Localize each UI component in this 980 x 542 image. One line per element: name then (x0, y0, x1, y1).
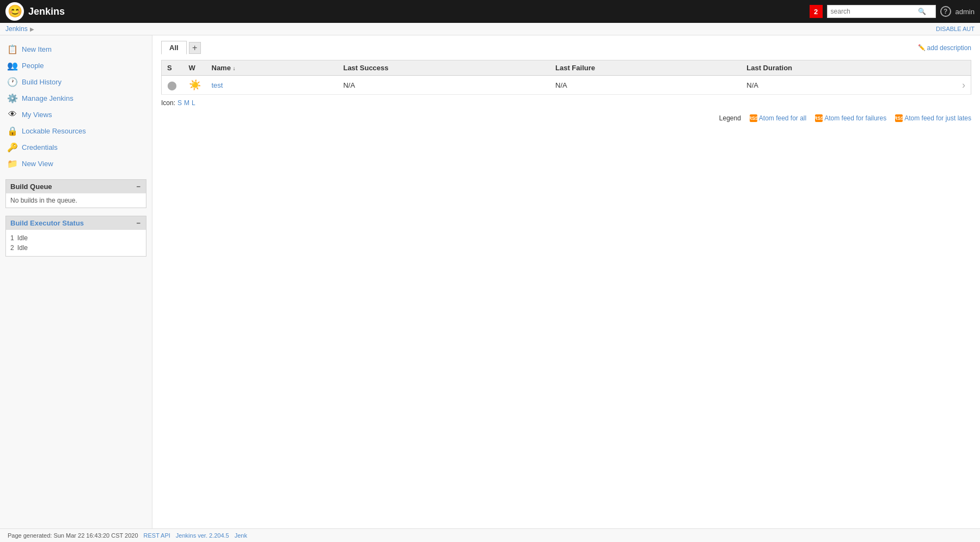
my-views-label: My Views (22, 111, 52, 119)
breadcrumb-root[interactable]: Jenkins (5, 25, 28, 33)
manage-jenkins-label: Manage Jenkins (22, 94, 74, 102)
disable-autrefresh-link[interactable]: DISABLE AUT (936, 26, 975, 32)
col-last-duration: Last Duration (741, 60, 954, 76)
my-views-icon: 👁 (8, 109, 17, 119)
table-row: ⬤ ☀️ test N/A N/A N/A › (162, 76, 971, 95)
header-right: 2 🔍 ? admin (810, 5, 975, 18)
tab-add-button[interactable]: + (189, 42, 201, 54)
atom-feed-all-icon: RSS (750, 114, 757, 122)
executor-row-1: 1 Idle (10, 233, 142, 243)
col-last-failure: Last Failure (550, 60, 741, 76)
header: 😊 Jenkins 2 🔍 ? admin (0, 0, 980, 23)
executor-row-2: 2 Idle (10, 243, 142, 253)
w-status-icon-0: ☀️ (189, 80, 201, 90)
atom-feed-failures-link[interactable]: RSS Atom feed for failures (815, 114, 886, 122)
credentials-label: Credentials (22, 143, 58, 151)
content-area: All + ✏️ add description S W Name ↓ Last… (152, 35, 980, 534)
build-queue-section: Build Queue − No builds in the queue. (5, 179, 146, 208)
s-status-icon-0: ⬤ (167, 81, 177, 90)
tab-all[interactable]: All (161, 41, 187, 54)
tabs-bar: All + ✏️ add description (161, 41, 971, 54)
cell-last-failure-0: N/A (550, 76, 741, 95)
new-item-icon: 📋 (8, 44, 17, 54)
lockable-resources-icon: 🔒 (8, 126, 17, 136)
atom-feed-all-link[interactable]: RSS Atom feed for all (750, 114, 806, 122)
build-executor-section: Build Executor Status − 1 Idle 2 Idle (5, 216, 146, 257)
sidebar-item-credentials[interactable]: 🔑 Credentials (0, 139, 152, 155)
manage-jenkins-icon: ⚙️ (8, 93, 17, 103)
atom-feed-failures-icon: RSS (815, 114, 823, 122)
new-view-label: New View (22, 160, 53, 168)
sidebar-item-new-view[interactable]: 📁 New View (0, 155, 152, 172)
col-name[interactable]: Name ↓ (206, 60, 338, 76)
search-box-container: 🔍 (827, 5, 936, 18)
icon-size-s[interactable]: S (177, 99, 182, 107)
admin-link[interactable]: admin (955, 8, 975, 16)
icon-label: Icon: (161, 99, 175, 107)
icon-size-m[interactable]: M (184, 99, 189, 107)
new-item-label: New Item (22, 45, 52, 53)
cell-s-0: ⬤ (162, 76, 183, 95)
sidebar-nav: 📋 New Item 👥 People 🕐 Build History ⚙️ M… (0, 41, 152, 172)
jenkins-footer-link[interactable]: Jenk (235, 532, 247, 534)
col-w: W (183, 60, 206, 76)
build-queue-title: Build Queue (10, 182, 52, 191)
col-s: S (162, 60, 183, 76)
cell-name-0: test (206, 76, 338, 95)
jenkins-version-link[interactable]: Jenkins ver. 2.204.5 (176, 532, 229, 534)
help-button[interactable]: ? (940, 6, 951, 17)
job-link-0[interactable]: test (212, 81, 223, 89)
jenkins-face-icon: 😊 (8, 4, 22, 19)
add-description-label: add description (927, 44, 971, 52)
build-queue-empty-text: No builds in the queue. (10, 197, 77, 204)
executor-status-1: Idle (17, 234, 28, 242)
sidebar-item-people[interactable]: 👥 People (0, 57, 152, 74)
build-history-icon: 🕐 (8, 77, 17, 87)
notification-badge[interactable]: 2 (810, 5, 823, 18)
breadcrumb: Jenkins ▶ DISABLE AUT (0, 23, 980, 35)
sidebar-item-lockable-resources[interactable]: 🔒 Lockable Resources (0, 123, 152, 139)
build-executor-collapse[interactable]: − (135, 219, 142, 227)
rest-api-link[interactable]: REST API (144, 532, 170, 534)
sidebar-item-new-item[interactable]: 📋 New Item (0, 41, 152, 57)
build-executor-body: 1 Idle 2 Idle (6, 230, 146, 256)
page-generated-text: Page generated: Sun Mar 22 16:43:20 CST … (8, 532, 138, 534)
people-icon: 👥 (8, 60, 17, 70)
table-header-row: S W Name ↓ Last Success Last Failure Las… (162, 60, 971, 76)
build-executor-header: Build Executor Status − (6, 216, 146, 230)
atom-feed-latest-link[interactable]: RSS Atom feed for just lates (895, 114, 971, 122)
cell-w-0: ☀️ (183, 76, 206, 95)
feeds-row: Legend RSS Atom feed for all RSS Atom fe… (161, 114, 971, 122)
jenkins-logo-circle: 😊 (5, 2, 24, 21)
atom-feed-latest-label: Atom feed for just lates (904, 114, 971, 122)
executor-status-2: Idle (17, 244, 28, 252)
atom-feed-failures-label: Atom feed for failures (824, 114, 886, 122)
new-view-icon: 📁 (8, 159, 17, 168)
atom-feed-latest-icon: RSS (895, 114, 903, 122)
breadcrumb-arrow: ▶ (30, 26, 34, 32)
sidebar-item-build-history[interactable]: 🕐 Build History (0, 74, 152, 90)
jobs-table: S W Name ↓ Last Success Last Failure Las… (161, 60, 971, 95)
legend-link[interactable]: Legend (719, 114, 741, 122)
icon-size-l[interactable]: L (192, 99, 195, 107)
jenkins-title: Jenkins (28, 6, 65, 17)
cell-last-duration-0: N/A (741, 76, 954, 95)
credentials-icon: 🔑 (8, 142, 17, 152)
people-label: People (22, 62, 44, 70)
col-actions (955, 60, 971, 76)
page-footer: Page generated: Sun Mar 22 16:43:20 CST … (0, 528, 980, 534)
sidebar-item-manage-jenkins[interactable]: ⚙️ Manage Jenkins (0, 90, 152, 106)
add-description-link[interactable]: ✏️ add description (918, 44, 971, 52)
edit-icon: ✏️ (918, 44, 926, 51)
sort-arrow-name: ↓ (233, 65, 236, 71)
sidebar: 📋 New Item 👥 People 🕐 Build History ⚙️ M… (0, 35, 152, 534)
jenkins-logo[interactable]: 😊 Jenkins (5, 2, 65, 21)
jobs-tbody: ⬤ ☀️ test N/A N/A N/A › (162, 76, 971, 95)
sidebar-item-my-views[interactable]: 👁 My Views (0, 106, 152, 123)
icon-size-row: Icon: S M L (161, 99, 971, 107)
build-executor-title[interactable]: Build Executor Status (10, 219, 84, 227)
search-input[interactable] (831, 8, 918, 15)
executor-number-2: 2 (10, 244, 14, 252)
col-last-success: Last Success (338, 60, 550, 76)
build-queue-collapse[interactable]: − (135, 182, 142, 191)
